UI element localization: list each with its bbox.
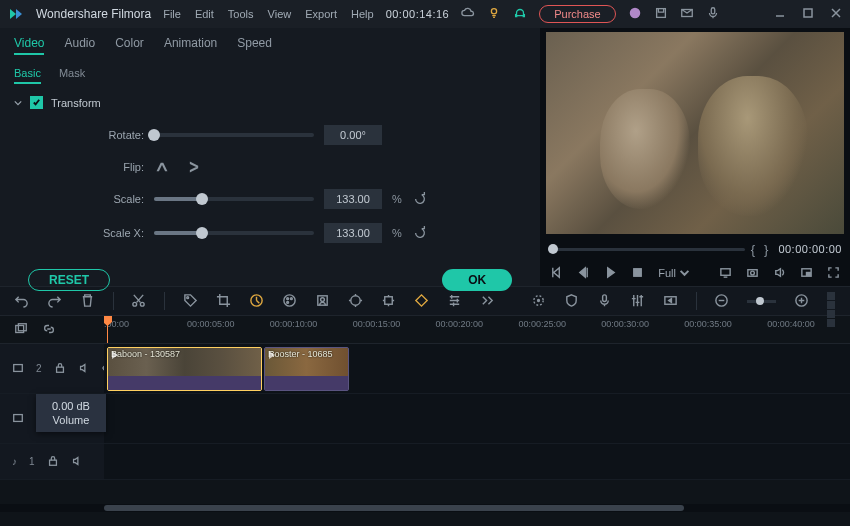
minimize-icon[interactable] (774, 7, 786, 21)
cloud-icon[interactable] (461, 6, 475, 22)
keyframe-add-icon[interactable] (381, 293, 396, 310)
menu-view[interactable]: View (268, 8, 292, 20)
clip-rooster[interactable]: Rooster - 10685 (264, 347, 349, 391)
timeline-scrollbar[interactable] (0, 504, 850, 512)
rotate-slider[interactable] (154, 133, 314, 137)
more-icon[interactable] (480, 293, 495, 310)
track-mute-icon[interactable] (78, 362, 90, 376)
flip-horizontal-icon[interactable] (154, 159, 170, 175)
delete-icon[interactable] (80, 293, 95, 310)
scale-value[interactable]: 133.00 (324, 189, 382, 209)
shield-icon[interactable] (564, 293, 579, 310)
preview-panel: { } 00:00:00:00 Full (540, 28, 850, 286)
color-icon[interactable] (282, 293, 297, 310)
reset-button[interactable]: RESET (28, 269, 110, 291)
keyframe-icon[interactable] (414, 293, 429, 310)
tab-video[interactable]: Video (14, 36, 44, 55)
mark-out-icon[interactable]: } (761, 242, 771, 257)
tab-color[interactable]: Color (115, 36, 144, 55)
support-icon[interactable] (513, 6, 527, 22)
rotate-value[interactable]: 0.00° (324, 125, 382, 145)
tooltip-label: Volume (52, 414, 90, 426)
mixer-icon[interactable] (630, 293, 645, 310)
close-icon[interactable] (830, 7, 842, 21)
preview-seek-slider[interactable] (548, 248, 744, 251)
track-mute-icon[interactable] (71, 455, 83, 469)
video-track-icon (12, 362, 24, 376)
tips-icon[interactable] (487, 6, 501, 22)
motion-icon[interactable] (348, 293, 363, 310)
zoom-in-icon[interactable] (794, 293, 809, 310)
transform-checkbox[interactable] (30, 96, 43, 109)
mark-in-icon[interactable]: { (748, 242, 758, 257)
maximize-icon[interactable] (802, 7, 814, 21)
cut-icon[interactable] (131, 293, 146, 310)
scalex-value[interactable]: 133.00 (324, 223, 382, 243)
svg-rect-11 (807, 272, 811, 275)
speed-icon[interactable] (249, 293, 264, 310)
display-icon[interactable] (719, 266, 732, 281)
voiceover-icon[interactable] (597, 293, 612, 310)
stop-icon[interactable] (631, 266, 644, 281)
zoom-out-icon[interactable] (714, 293, 729, 310)
volume-tooltip: 0.00 dB Volume (36, 394, 106, 432)
marker-icon[interactable] (531, 293, 546, 310)
link-icon[interactable] (42, 322, 56, 338)
mic-icon[interactable] (706, 6, 720, 22)
tooltip-db: 0.00 dB (52, 400, 90, 412)
ok-button[interactable]: OK (442, 269, 512, 291)
svg-point-13 (141, 302, 145, 306)
match-frame-icon[interactable] (14, 322, 28, 338)
purchase-button[interactable]: Purchase (539, 5, 615, 23)
timeline-ruler[interactable]: :00:0000:00:05:0000:00:10:0000:00:15:000… (104, 316, 850, 343)
preview-viewport[interactable] (546, 32, 844, 234)
play-icon[interactable] (604, 266, 617, 281)
step-back-icon[interactable] (577, 266, 590, 281)
playhead[interactable] (107, 316, 108, 343)
prev-frame-icon[interactable] (550, 266, 563, 281)
save-icon[interactable] (654, 6, 668, 22)
adjust-icon[interactable] (447, 293, 462, 310)
render-icon[interactable] (663, 293, 678, 310)
svg-rect-23 (385, 296, 393, 304)
subtab-mask[interactable]: Mask (59, 67, 85, 84)
menu-tools[interactable]: Tools (228, 8, 254, 20)
tag-icon[interactable] (183, 293, 198, 310)
clip-baboon[interactable]: Baboon - 130587 (107, 347, 262, 391)
track-lock-icon[interactable] (47, 455, 59, 469)
collapse-icon[interactable] (14, 97, 22, 109)
zoom-slider[interactable] (747, 300, 776, 303)
app-name: Wondershare Filmora (36, 7, 151, 21)
fullscreen-icon[interactable] (827, 266, 840, 281)
tab-speed[interactable]: Speed (237, 36, 272, 55)
scalex-slider[interactable] (154, 231, 314, 235)
tab-audio[interactable]: Audio (64, 36, 95, 55)
scale-reset-icon[interactable] (412, 191, 428, 207)
crop-icon[interactable] (216, 293, 231, 310)
track-lock-icon[interactable] (54, 362, 66, 376)
subtab-basic[interactable]: Basic (14, 67, 41, 84)
scalex-label: Scale X: (74, 227, 144, 239)
sub-tabs: Basic Mask (0, 61, 540, 86)
menu-help[interactable]: Help (351, 8, 374, 20)
account-icon[interactable] (628, 6, 642, 22)
transform-header[interactable]: Transform (14, 96, 526, 109)
clip-name: Rooster - 10685 (268, 349, 333, 359)
redo-icon[interactable] (47, 293, 62, 310)
menu-edit[interactable]: Edit (195, 8, 214, 20)
menu-file[interactable]: File (163, 8, 181, 20)
quality-dropdown[interactable]: Full (658, 267, 691, 280)
volume-icon[interactable] (773, 266, 786, 281)
track-size-icon[interactable] (827, 292, 836, 310)
menu-export[interactable]: Export (305, 8, 337, 20)
snapshot-icon[interactable] (746, 266, 759, 281)
flip-vertical-icon[interactable] (186, 159, 202, 175)
track-head-a1: ♪ 1 (0, 444, 104, 479)
pip-icon[interactable] (800, 266, 813, 281)
tab-animation[interactable]: Animation (164, 36, 217, 55)
scale-slider[interactable] (154, 197, 314, 201)
undo-icon[interactable] (14, 293, 29, 310)
greenscreen-icon[interactable] (315, 293, 330, 310)
mail-icon[interactable] (680, 6, 694, 22)
scalex-reset-icon[interactable] (412, 225, 428, 241)
